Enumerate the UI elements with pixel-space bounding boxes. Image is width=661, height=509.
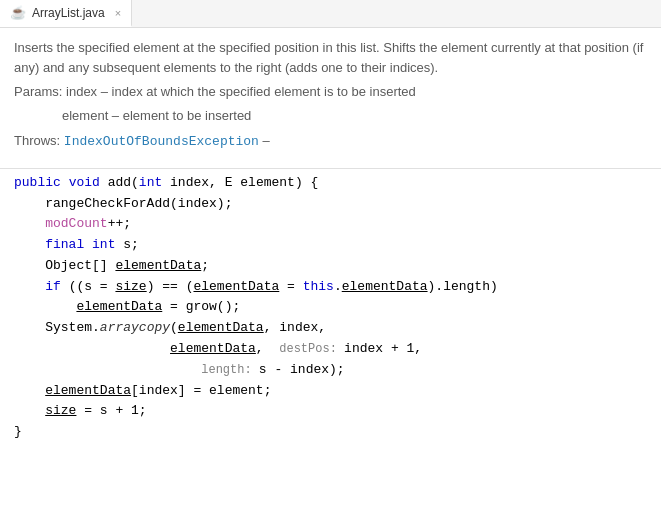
doc-params: Params: index – index at which the speci…	[14, 82, 647, 102]
kw-this: this	[303, 277, 334, 298]
kw-int-1: int	[139, 173, 162, 194]
field-elementdata-2: elementData	[193, 277, 279, 298]
code-line-4: final int s;	[0, 235, 661, 256]
throws-exception: IndexOutOfBoundsException	[64, 134, 259, 149]
field-elementdata-3: elementData	[342, 277, 428, 298]
field-elementdata-6: elementData	[170, 339, 256, 360]
field-elementdata-7: elementData	[45, 381, 131, 402]
code-line-11: elementData [index] = element;	[0, 381, 661, 402]
doc-throws: Throws: IndexOutOfBoundsException –	[14, 131, 647, 152]
kw-if: if	[45, 277, 61, 298]
field-elementdata-1: elementData	[115, 256, 201, 277]
code-line-5: Object[] elementData ;	[0, 256, 661, 277]
kw-public: public	[14, 173, 61, 194]
code-editor: public void add( int index, E element) {…	[0, 171, 661, 443]
param-element-line: element – element to be inserted	[14, 106, 647, 126]
field-size-2: size	[45, 401, 76, 422]
param-hint-length: length:	[201, 361, 259, 380]
throws-dash: –	[263, 133, 270, 148]
code-line-9: elementData , destPos: index + 1,	[0, 339, 661, 360]
param-index-text: index – index at which the specified ele…	[66, 84, 416, 99]
field-size: size	[115, 277, 146, 298]
code-line-10: length: s - index);	[0, 360, 661, 381]
code-line-1: public void add( int index, E element) {	[0, 173, 661, 194]
code-line-8: System. arraycopy ( elementData , index,	[0, 318, 661, 339]
kw-void: void	[69, 173, 100, 194]
field-elementdata-5: elementData	[178, 318, 264, 339]
code-line-13: }	[0, 422, 661, 443]
javadoc-comment: Inserts the specified element at the spe…	[0, 28, 661, 164]
code-line-3: modCount ++;	[0, 214, 661, 235]
code-line-6: if ((s = size ) == ( elementData = this …	[0, 277, 661, 298]
params-label: Params:	[14, 84, 62, 99]
method-arraycopy: arraycopy	[100, 318, 170, 339]
code-line-2: rangeCheckForAdd(index);	[0, 194, 661, 215]
code-line-7: elementData = grow();	[0, 297, 661, 318]
kw-int-2: int	[92, 235, 115, 256]
field-elementdata-4: elementData	[76, 297, 162, 318]
java-file-icon: ☕	[10, 5, 26, 20]
tab-bar: ☕ ArrayList.java ×	[0, 0, 661, 28]
doc-description: Inserts the specified element at the spe…	[14, 38, 647, 78]
kw-final: final	[45, 235, 84, 256]
field-modcount: modCount	[14, 214, 108, 235]
doc-code-separator	[0, 168, 661, 169]
throws-label: Throws:	[14, 133, 60, 148]
tab-label: ArrayList.java	[32, 6, 105, 20]
tab-close-button[interactable]: ×	[115, 7, 121, 19]
code-line-12: size = s + 1;	[0, 401, 661, 422]
param-hint-destpos: destPos:	[279, 340, 344, 359]
tab-arraylist[interactable]: ☕ ArrayList.java ×	[0, 0, 132, 27]
